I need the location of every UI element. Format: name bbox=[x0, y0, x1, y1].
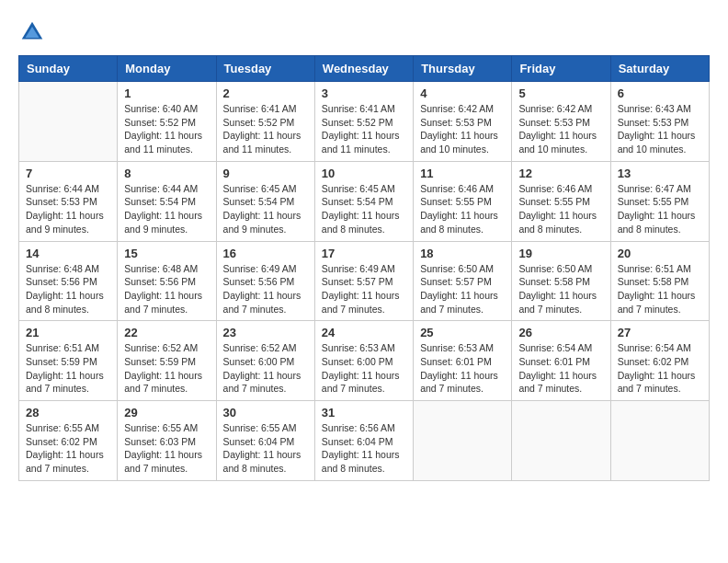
day-number: 25 bbox=[420, 326, 505, 339]
calendar-cell: 27Sunrise: 6:54 AMSunset: 6:02 PMDayligh… bbox=[610, 321, 709, 401]
day-number: 4 bbox=[420, 86, 505, 100]
day-info: Sunrise: 6:47 AMSunset: 5:55 PMDaylight:… bbox=[618, 182, 702, 236]
day-info: Sunrise: 6:45 AMSunset: 5:54 PMDaylight:… bbox=[223, 182, 308, 236]
column-header-sunday: Sunday bbox=[19, 56, 118, 82]
calendar-cell: 29Sunrise: 6:55 AMSunset: 6:03 PMDayligh… bbox=[118, 401, 216, 481]
calendar-cell: 31Sunrise: 6:56 AMSunset: 6:04 PMDayligh… bbox=[314, 401, 413, 481]
day-info: Sunrise: 6:53 AMSunset: 6:01 PMDaylight:… bbox=[420, 341, 505, 396]
day-number: 21 bbox=[26, 326, 110, 339]
column-header-saturday: Saturday bbox=[610, 56, 709, 82]
calendar-cell: 12Sunrise: 6:46 AMSunset: 5:55 PMDayligh… bbox=[512, 161, 610, 241]
calendar-cell bbox=[414, 401, 512, 481]
day-number: 17 bbox=[322, 247, 406, 260]
week-row-5: 28Sunrise: 6:55 AMSunset: 6:02 PMDayligh… bbox=[19, 401, 710, 481]
day-number: 30 bbox=[223, 406, 308, 419]
calendar-cell: 15Sunrise: 6:48 AMSunset: 5:56 PMDayligh… bbox=[118, 241, 216, 321]
day-info: Sunrise: 6:41 AMSunset: 5:52 PMDaylight:… bbox=[322, 102, 406, 156]
day-number: 24 bbox=[322, 326, 406, 339]
day-number: 8 bbox=[124, 167, 209, 180]
column-header-thursday: Thursday bbox=[414, 56, 512, 82]
day-number: 1 bbox=[124, 86, 209, 100]
day-number: 9 bbox=[223, 167, 308, 180]
day-info: Sunrise: 6:49 AMSunset: 5:56 PMDaylight:… bbox=[223, 262, 308, 316]
day-info: Sunrise: 6:45 AMSunset: 5:54 PMDaylight:… bbox=[322, 182, 406, 236]
day-number: 6 bbox=[618, 86, 702, 100]
day-number: 16 bbox=[223, 247, 308, 260]
calendar-cell: 8Sunrise: 6:44 AMSunset: 5:54 PMDaylight… bbox=[118, 161, 216, 241]
day-number: 14 bbox=[26, 247, 110, 260]
day-number: 5 bbox=[518, 86, 603, 100]
calendar-table: SundayMondayTuesdayWednesdayThursdayFrid… bbox=[18, 55, 710, 481]
day-info: Sunrise: 6:55 AMSunset: 6:04 PMDaylight:… bbox=[223, 421, 308, 476]
calendar-cell: 3Sunrise: 6:41 AMSunset: 5:52 PMDaylight… bbox=[314, 82, 413, 162]
calendar-cell: 26Sunrise: 6:54 AMSunset: 6:01 PMDayligh… bbox=[512, 321, 610, 401]
week-row-2: 7Sunrise: 6:44 AMSunset: 5:53 PMDaylight… bbox=[19, 161, 710, 241]
calendar-cell: 20Sunrise: 6:51 AMSunset: 5:58 PMDayligh… bbox=[610, 241, 709, 321]
day-number: 26 bbox=[518, 326, 603, 339]
day-info: Sunrise: 6:50 AMSunset: 5:57 PMDaylight:… bbox=[420, 262, 505, 316]
week-row-3: 14Sunrise: 6:48 AMSunset: 5:56 PMDayligh… bbox=[19, 241, 710, 321]
calendar-cell: 28Sunrise: 6:55 AMSunset: 6:02 PMDayligh… bbox=[19, 401, 118, 481]
calendar-cell: 18Sunrise: 6:50 AMSunset: 5:57 PMDayligh… bbox=[414, 241, 512, 321]
day-number: 12 bbox=[518, 167, 603, 180]
calendar-cell: 17Sunrise: 6:49 AMSunset: 5:57 PMDayligh… bbox=[314, 241, 413, 321]
day-info: Sunrise: 6:48 AMSunset: 5:56 PMDaylight:… bbox=[124, 262, 209, 316]
calendar-cell: 22Sunrise: 6:52 AMSunset: 5:59 PMDayligh… bbox=[118, 321, 216, 401]
day-info: Sunrise: 6:48 AMSunset: 5:56 PMDaylight:… bbox=[26, 262, 110, 316]
calendar-header-row: SundayMondayTuesdayWednesdayThursdayFrid… bbox=[19, 56, 710, 82]
calendar-cell: 2Sunrise: 6:41 AMSunset: 5:52 PMDaylight… bbox=[216, 82, 314, 162]
day-info: Sunrise: 6:44 AMSunset: 5:53 PMDaylight:… bbox=[26, 182, 110, 236]
day-info: Sunrise: 6:42 AMSunset: 5:53 PMDaylight:… bbox=[518, 102, 603, 156]
day-info: Sunrise: 6:41 AMSunset: 5:52 PMDaylight:… bbox=[223, 102, 308, 156]
calendar-cell: 6Sunrise: 6:43 AMSunset: 5:53 PMDaylight… bbox=[610, 82, 709, 162]
day-number: 3 bbox=[322, 86, 406, 100]
calendar-cell: 10Sunrise: 6:45 AMSunset: 5:54 PMDayligh… bbox=[314, 161, 413, 241]
day-info: Sunrise: 6:46 AMSunset: 5:55 PMDaylight:… bbox=[518, 182, 603, 236]
calendar-cell: 9Sunrise: 6:45 AMSunset: 5:54 PMDaylight… bbox=[216, 161, 314, 241]
day-info: Sunrise: 6:55 AMSunset: 6:03 PMDaylight:… bbox=[124, 421, 209, 476]
day-number: 27 bbox=[618, 326, 702, 339]
day-number: 15 bbox=[124, 247, 209, 260]
day-number: 28 bbox=[26, 406, 110, 419]
day-number: 20 bbox=[618, 247, 702, 260]
calendar-cell: 13Sunrise: 6:47 AMSunset: 5:55 PMDayligh… bbox=[610, 161, 709, 241]
week-row-1: 1Sunrise: 6:40 AMSunset: 5:52 PMDaylight… bbox=[19, 82, 710, 162]
logo bbox=[18, 18, 50, 46]
calendar-cell: 24Sunrise: 6:53 AMSunset: 6:00 PMDayligh… bbox=[314, 321, 413, 401]
day-info: Sunrise: 6:53 AMSunset: 6:00 PMDaylight:… bbox=[322, 341, 406, 396]
week-row-4: 21Sunrise: 6:51 AMSunset: 5:59 PMDayligh… bbox=[19, 321, 710, 401]
calendar-cell: 11Sunrise: 6:46 AMSunset: 5:55 PMDayligh… bbox=[414, 161, 512, 241]
day-info: Sunrise: 6:44 AMSunset: 5:54 PMDaylight:… bbox=[124, 182, 209, 236]
day-info: Sunrise: 6:46 AMSunset: 5:55 PMDaylight:… bbox=[420, 182, 505, 236]
day-info: Sunrise: 6:52 AMSunset: 6:00 PMDaylight:… bbox=[223, 341, 308, 396]
calendar-cell bbox=[610, 401, 709, 481]
day-info: Sunrise: 6:54 AMSunset: 6:02 PMDaylight:… bbox=[618, 341, 702, 396]
day-number: 22 bbox=[124, 326, 209, 339]
day-number: 2 bbox=[223, 86, 308, 100]
calendar-cell: 16Sunrise: 6:49 AMSunset: 5:56 PMDayligh… bbox=[216, 241, 314, 321]
calendar-cell: 23Sunrise: 6:52 AMSunset: 6:00 PMDayligh… bbox=[216, 321, 314, 401]
day-number: 11 bbox=[420, 167, 505, 180]
column-header-tuesday: Tuesday bbox=[216, 56, 314, 82]
calendar-cell: 1Sunrise: 6:40 AMSunset: 5:52 PMDaylight… bbox=[118, 82, 216, 162]
calendar-cell: 19Sunrise: 6:50 AMSunset: 5:58 PMDayligh… bbox=[512, 241, 610, 321]
day-number: 10 bbox=[322, 167, 406, 180]
day-info: Sunrise: 6:43 AMSunset: 5:53 PMDaylight:… bbox=[618, 102, 702, 156]
day-number: 18 bbox=[420, 247, 505, 260]
calendar-cell: 7Sunrise: 6:44 AMSunset: 5:53 PMDaylight… bbox=[19, 161, 118, 241]
day-info: Sunrise: 6:50 AMSunset: 5:58 PMDaylight:… bbox=[518, 262, 603, 316]
day-info: Sunrise: 6:52 AMSunset: 5:59 PMDaylight:… bbox=[124, 341, 209, 396]
calendar-cell: 25Sunrise: 6:53 AMSunset: 6:01 PMDayligh… bbox=[414, 321, 512, 401]
day-number: 31 bbox=[322, 406, 406, 419]
day-number: 7 bbox=[26, 167, 110, 180]
day-number: 23 bbox=[223, 326, 308, 339]
day-info: Sunrise: 6:40 AMSunset: 5:52 PMDaylight:… bbox=[124, 102, 209, 156]
logo-icon bbox=[18, 18, 46, 46]
calendar-cell bbox=[19, 82, 118, 162]
day-number: 29 bbox=[124, 406, 209, 419]
calendar-cell: 21Sunrise: 6:51 AMSunset: 5:59 PMDayligh… bbox=[19, 321, 118, 401]
day-info: Sunrise: 6:51 AMSunset: 5:58 PMDaylight:… bbox=[618, 262, 702, 316]
calendar-cell: 14Sunrise: 6:48 AMSunset: 5:56 PMDayligh… bbox=[19, 241, 118, 321]
calendar-cell: 4Sunrise: 6:42 AMSunset: 5:53 PMDaylight… bbox=[414, 82, 512, 162]
day-info: Sunrise: 6:56 AMSunset: 6:04 PMDaylight:… bbox=[322, 421, 406, 476]
